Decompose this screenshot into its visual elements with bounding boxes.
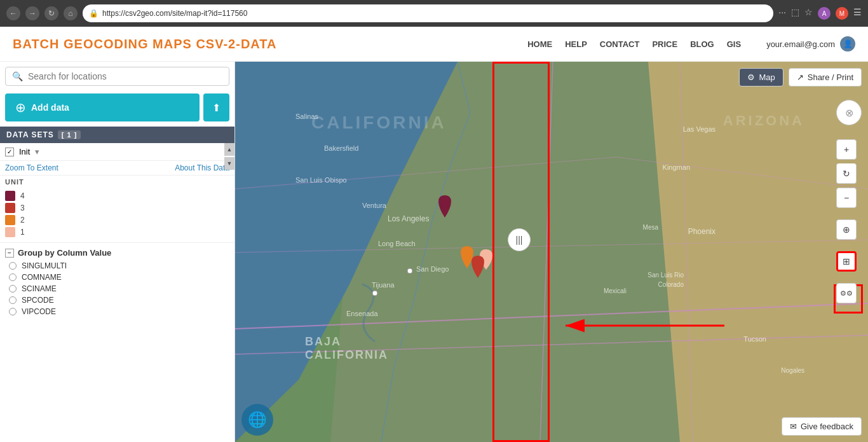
label-spcode: SPCODE (22, 296, 54, 305)
url-text: https://csv2geo.com/site/map-it?id=11756… (102, 9, 247, 18)
give-feedback-button[interactable]: ✉ Give feedback (782, 417, 862, 436)
main-nav: HOME HELP CONTACT PRICE BLOG GIS (527, 39, 741, 49)
radio-comname[interactable] (9, 273, 17, 281)
settings-icon: ⚙⚙ (840, 289, 853, 298)
home-button[interactable]: ⌂ (64, 6, 78, 20)
app-header: Batch Geocoding Maps CSV-2-Data HOME HEL… (0, 27, 868, 62)
logo: Batch Geocoding Maps CSV-2-Data (13, 37, 276, 52)
dataset-expand-arrow[interactable]: ▾ (35, 147, 39, 156)
nav-price[interactable]: PRICE (652, 39, 677, 49)
grid-icon: ⊞ (843, 256, 850, 266)
dataset-count: [ 1 ] (58, 130, 81, 139)
bookmark-icon: ☆ (804, 7, 813, 20)
more-options-icon: ☰ (853, 7, 862, 20)
zoom-in-button[interactable]: + (836, 139, 857, 160)
map-label: Map (759, 73, 775, 82)
radio-vipcode[interactable] (9, 308, 17, 315)
share-print-label: Share / Print (808, 73, 853, 82)
zoom-extent-label: Zoom To Extent (5, 163, 58, 172)
map-area[interactable]: CALIFORNIA ARIZONA Salinas Bakersfield S… (235, 62, 868, 442)
user-profile-icon: M (836, 7, 848, 20)
compass-icon: ⊗ (845, 107, 853, 119)
logo-batch: Batch Geocoding Maps (13, 37, 192, 51)
forward-button[interactable]: → (25, 6, 39, 20)
user-avatar[interactable]: 👤 (840, 36, 855, 52)
refresh-button[interactable]: ↻ (836, 163, 857, 184)
legend-item-3: 3 (5, 203, 229, 213)
address-bar[interactable]: 🔒 https://csv2geo.com/site/map-it?id=117… (83, 4, 773, 22)
lock-icon: 🔒 (89, 9, 98, 18)
abp-icon: A (818, 7, 831, 20)
radio-sciname[interactable] (9, 285, 17, 293)
label-comname: COMNAME (22, 273, 62, 282)
zoom-extent-row[interactable]: Zoom To Extent About This Data (0, 161, 234, 176)
grid-button[interactable]: ⊞ (836, 251, 857, 272)
radio-spcode[interactable] (9, 296, 17, 304)
nav-help[interactable]: HELP (565, 39, 587, 49)
search-input[interactable] (28, 71, 222, 81)
pocket-icon: ⬚ (791, 7, 799, 20)
unit-label: UNIT (0, 176, 234, 188)
plus-icon: ⊕ (15, 100, 26, 115)
nav-home[interactable]: HOME (527, 39, 552, 49)
legend-value-2: 2 (20, 216, 25, 224)
share-print-button[interactable]: ↗ Share / Print (789, 68, 862, 86)
add-data-label: Add data (31, 102, 69, 113)
group-minus-icon[interactable]: − (5, 249, 14, 258)
plus-icon: + (844, 144, 849, 155)
drag-handle[interactable]: ||| (508, 228, 531, 251)
marker-cluster (426, 195, 464, 242)
share-icon: ↗ (797, 73, 804, 82)
nav-gis[interactable]: GIS (727, 39, 741, 49)
dataset-panel[interactable]: ▲ ▼ ✓ Init ▾ Zoom To Extent About This D… (0, 143, 234, 442)
coast-dot-2 (372, 287, 378, 299)
menu-icon: ··· (778, 7, 786, 20)
svg-point-3 (472, 256, 484, 268)
group-by-label: Group by Column Value (18, 248, 111, 258)
compass-button[interactable]: ⊗ (836, 100, 862, 125)
scroll-down-button[interactable]: ▼ (224, 157, 234, 170)
group-option-singlmulti: SINGLMULTI (9, 261, 229, 270)
minus-icon: − (844, 193, 849, 203)
group-option-spcode: SPCODE (9, 296, 229, 305)
zoom-out-button[interactable]: − (836, 188, 857, 208)
browser-chrome: ← → ↻ ⌂ 🔒 https://csv2geo.com/site/map-i… (0, 0, 868, 27)
legend: 4 3 2 1 (0, 188, 234, 242)
map-toolbar: ⚙ Map ↗ Share / Print (739, 68, 862, 86)
legend-value-1: 1 (20, 228, 25, 237)
dataset-checkbox[interactable]: ✓ (5, 148, 14, 156)
search-icon: 🔍 (12, 71, 23, 81)
group-option-sciname: SCINAME (9, 284, 229, 293)
group-options: SINGLMULTI COMNAME SCINAME (5, 261, 229, 316)
map-view-button[interactable]: ⚙ Map (739, 68, 783, 86)
legend-color-1 (5, 227, 15, 237)
user-email: your.email@g.com (766, 39, 835, 49)
locate-button[interactable]: ⊕ (836, 219, 857, 240)
scroll-up-button[interactable]: ▲ (224, 143, 234, 156)
browser-icons: ··· ⬚ ☆ A M ☰ (778, 7, 862, 20)
map-background (235, 62, 868, 442)
back-button[interactable]: ← (6, 6, 20, 20)
label-singlmulti: SINGLMULTI (22, 261, 67, 270)
nav-contact[interactable]: CONTACT (600, 39, 640, 49)
group-by-header[interactable]: − Group by Column Value (5, 248, 229, 258)
group-option-comname: COMNAME (9, 273, 229, 282)
feedback-icon: ✉ (790, 422, 797, 431)
add-data-button[interactable]: ⊕ Add data (5, 93, 200, 121)
search-bar[interactable]: 🔍 (5, 67, 229, 86)
legend-item-1: 1 (5, 227, 229, 237)
reload-button[interactable]: ↻ (44, 6, 58, 20)
nav-blog[interactable]: BLOG (690, 39, 714, 49)
locate-icon: ⊕ (843, 224, 850, 235)
main-layout: 🔍 ⊕ Add data ⬆ DATA SETS [ 1 ] ▲ ▼ (0, 62, 868, 442)
upload-button[interactable]: ⬆ (203, 93, 229, 121)
feedback-label: Give feedback (801, 422, 853, 431)
svg-point-5 (407, 268, 412, 273)
settings-button[interactable]: ⚙⚙ (836, 283, 857, 303)
legend-color-4 (5, 191, 15, 201)
label-sciname: SCINAME (22, 284, 57, 293)
legend-color-2 (5, 215, 15, 225)
legend-item-4: 4 (5, 191, 229, 201)
dataset-name: Init (19, 147, 30, 156)
radio-singlmulti[interactable] (9, 262, 17, 270)
